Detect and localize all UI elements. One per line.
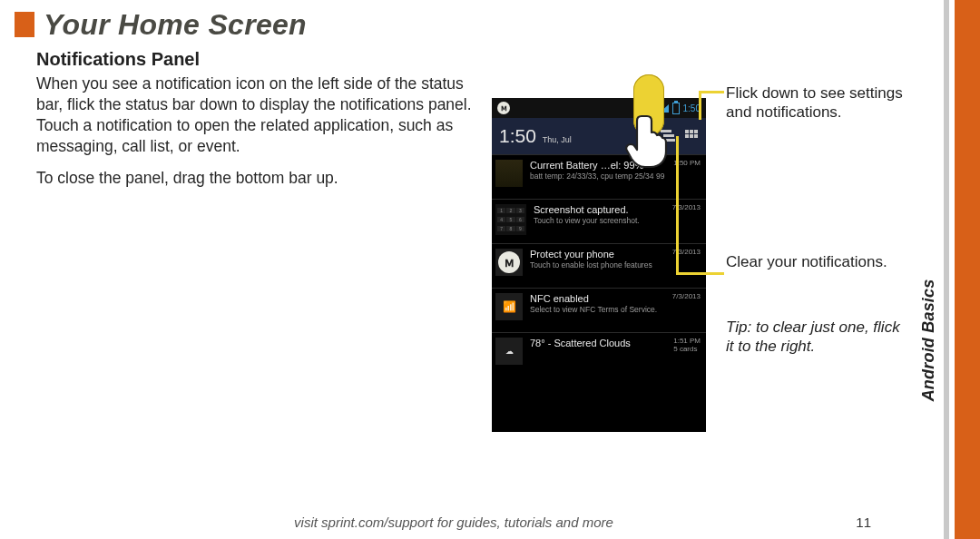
body-column: Notifications Panel When you see a notif… <box>36 49 472 200</box>
page-header-accent <box>15 12 34 37</box>
subheading: Notifications Panel <box>36 49 472 70</box>
notification-timestamp: 1:51 PM 5 cards <box>673 337 701 353</box>
notification-icon: ᴍ <box>495 249 523 276</box>
sidebar-accent-grey <box>944 0 949 539</box>
svg-rect-7 <box>690 134 693 138</box>
notification-list: Current Battery …el: 99%batt temp: 24/33… <box>492 154 706 377</box>
notification-row[interactable]: ᴍProtect your phoneTouch to enable lost … <box>492 243 706 288</box>
callout-clear: Clear your notifications. <box>726 252 907 271</box>
page-number: 11 <box>856 514 871 530</box>
notification-subtitle: Touch to view your screenshot. <box>534 216 699 225</box>
panel-time: 1:50 <box>499 125 536 146</box>
svg-rect-8 <box>694 134 698 138</box>
motorola-logo-icon: ᴍ <box>497 102 510 114</box>
sidebar-accent-orange <box>955 0 980 539</box>
callout-flick-down: Flick down to see settings and notificat… <box>726 83 907 122</box>
notification-row[interactable]: 123456789Screenshot captured.Touch to vi… <box>492 199 706 243</box>
callout-leader-horz-1 <box>699 91 724 93</box>
panel-header-left: 1:50 Thu, Jul <box>499 125 572 147</box>
svg-rect-5 <box>694 130 698 133</box>
notification-icon: ☁ <box>495 338 523 365</box>
page-footer: visit sprint.com/support for guides, tut… <box>0 514 907 530</box>
svg-rect-3 <box>685 130 689 133</box>
notification-subtitle: Select to view NFC Terms of Service. <box>530 305 699 314</box>
footer-text: visit sprint.com/support for guides, tut… <box>294 514 613 530</box>
notification-icon <box>495 160 523 187</box>
page-header: Your Home Screen <box>15 9 307 40</box>
callout-tip: Tip: to clear just one, flick it to the … <box>726 318 907 357</box>
callout-leader-vert-1 <box>699 91 701 120</box>
body-paragraph-2: To close the panel, drag the bottom bar … <box>36 168 472 189</box>
notification-icon: 123456789 <box>495 204 526 235</box>
callout-leader-horz-2 <box>676 272 724 275</box>
notification-row[interactable]: 📶NFC enabledSelect to view NFC Terms of … <box>492 288 706 332</box>
section-label: Android Basics <box>919 279 938 402</box>
panel-date: Thu, Jul <box>543 135 572 144</box>
notification-icon: 📶 <box>495 293 523 320</box>
notification-timestamp: 7/3/2013 <box>672 292 701 300</box>
body-paragraph-1: When you see a notification icon on the … <box>36 74 472 157</box>
manual-page: Android Basics Your Home Screen Notifica… <box>0 0 980 539</box>
page-title: Your Home Screen <box>44 8 307 42</box>
settings-button[interactable] <box>684 129 699 143</box>
swipe-gesture-icon <box>617 74 681 174</box>
notification-subtitle: Touch to enable lost phone features <box>530 260 699 270</box>
svg-rect-6 <box>685 134 689 138</box>
finger-icon <box>625 113 672 169</box>
settings-icon <box>684 129 699 143</box>
notification-row[interactable]: ☁78° - Scattered Clouds1:51 PM 5 cards <box>492 332 706 377</box>
svg-rect-4 <box>690 130 693 133</box>
